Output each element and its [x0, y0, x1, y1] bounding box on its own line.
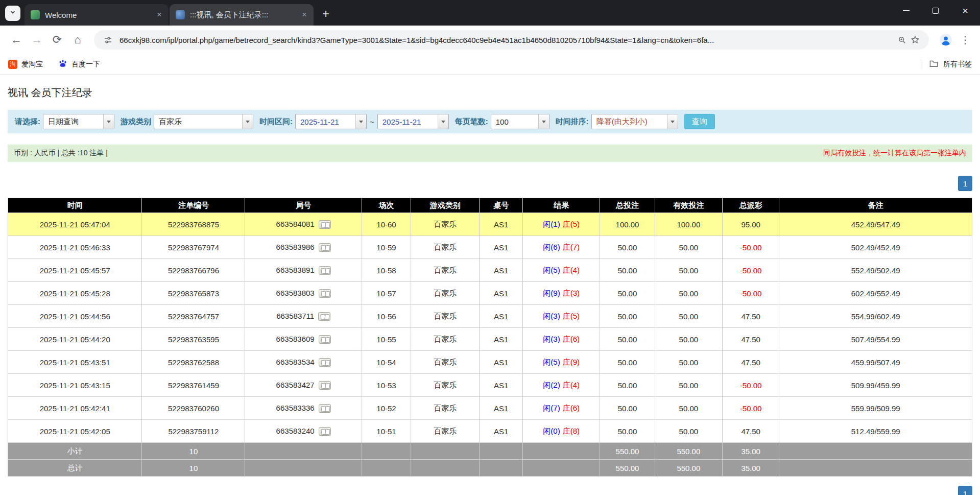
- cell-round-id: 663583427: [245, 374, 362, 397]
- cell-total-bet-link[interactable]: 100.00: [600, 213, 655, 236]
- cell-result: 闲(3)庄(6): [523, 328, 600, 351]
- subtotal-total-bet: 550.00: [600, 443, 655, 460]
- player-result: 闲(1): [543, 220, 560, 228]
- bookmark-taobao[interactable]: 淘 爱淘宝: [8, 60, 43, 69]
- browser-tab-welcome[interactable]: Welcome ×: [25, 4, 169, 26]
- banker-result: 庄(5): [563, 312, 580, 320]
- tab-title: :::视讯, 会员下注纪录:::: [190, 10, 296, 20]
- cell-total-bet-link[interactable]: 50.00: [600, 351, 655, 374]
- maximize-button[interactable]: [921, 0, 950, 21]
- view-cards-icon[interactable]: [319, 266, 331, 275]
- view-cards-icon[interactable]: [319, 220, 331, 229]
- cell-total-bet-link[interactable]: 50.00: [600, 397, 655, 420]
- cell-table-no: AS1: [480, 420, 523, 443]
- cell-result: 闲(9)庄(3): [523, 282, 600, 305]
- tab-strip: Welcome × :::视讯, 会员下注纪录::: × + ×: [0, 0, 980, 26]
- cell-time: 2025-11-21 05:44:56: [8, 305, 142, 328]
- tab-search-button[interactable]: [5, 6, 20, 21]
- cell-note: 509.99/459.99: [779, 374, 972, 397]
- cell-valid-bet: 50.00: [655, 420, 722, 443]
- cell-total-bet-link[interactable]: 50.00: [600, 236, 655, 259]
- cell-round-id: 663583711: [245, 305, 362, 328]
- cell-table-no: AS1: [480, 282, 523, 305]
- tab-close-icon[interactable]: ×: [299, 10, 309, 20]
- maximize-icon: [933, 8, 939, 14]
- page-1-button[interactable]: 1: [958, 486, 972, 495]
- cell-round-id: 663584081: [245, 213, 362, 236]
- view-cards-icon[interactable]: [319, 404, 331, 413]
- forward-button[interactable]: →: [27, 30, 47, 50]
- cell-valid-bet: 50.00: [655, 236, 722, 259]
- site-info-icon[interactable]: [101, 33, 114, 46]
- view-cards-icon[interactable]: [319, 335, 331, 344]
- sort-order-select[interactable]: 降幂(由大到小): [591, 114, 678, 129]
- view-cards-icon[interactable]: [319, 381, 331, 390]
- banker-result: 庄(7): [563, 243, 580, 251]
- filter-bar: 请选择: 日期查询 游戏类别 百家乐 时间区间: 2025-11-21 ~ 20…: [8, 110, 972, 133]
- date-to-select[interactable]: 2025-11-21: [377, 114, 449, 129]
- cell-bet-id: 522983763595: [142, 328, 245, 351]
- zoom-icon[interactable]: [895, 33, 909, 46]
- cell-result: 闲(1)庄(5): [523, 213, 600, 236]
- round-id-text: 663583986: [276, 243, 315, 251]
- cell-total-bet-link[interactable]: 50.00: [600, 328, 655, 351]
- player-result: 闲(3): [543, 312, 560, 320]
- cell-game-type: 百家乐: [411, 397, 480, 420]
- total-payout: 35.00: [722, 460, 779, 477]
- divider: [921, 59, 921, 69]
- subtotal-count: 10: [142, 443, 245, 460]
- close-button[interactable]: ×: [950, 0, 980, 21]
- cell-round-id: 663583534: [245, 351, 362, 374]
- folder-icon: [929, 60, 938, 69]
- browser-menu-icon[interactable]: ⋮: [957, 31, 974, 49]
- view-cards-icon[interactable]: [319, 289, 331, 298]
- view-cards-icon[interactable]: [318, 312, 330, 321]
- bookmark-star-icon[interactable]: [909, 33, 922, 46]
- home-button[interactable]: ⌂: [67, 30, 88, 50]
- all-bookmarks-button[interactable]: 所有书签: [921, 59, 972, 69]
- cell-payout: -50.00: [722, 282, 779, 305]
- bookmark-label: 百度一下: [71, 60, 100, 69]
- query-type-select[interactable]: 日期查询: [43, 114, 114, 129]
- round-id-text: 663583534: [276, 358, 315, 366]
- cell-round-id: 663583240: [245, 420, 362, 443]
- cell-total-bet-link[interactable]: 50.00: [600, 420, 655, 443]
- table-row: 2025-11-21 05:44:56 522983764757 6635837…: [8, 305, 972, 328]
- view-cards-icon[interactable]: [319, 243, 331, 252]
- page-size-select[interactable]: 100: [491, 114, 549, 129]
- avatar-icon: [939, 33, 952, 46]
- browser-tab-betrecord[interactable]: :::视讯, 会员下注纪录::: ×: [170, 4, 314, 26]
- pagination-bottom: 1: [8, 486, 972, 495]
- header-note: 备注: [779, 198, 972, 213]
- cell-payout: -50.00: [722, 236, 779, 259]
- tab-title: Welcome: [45, 11, 151, 19]
- search-button[interactable]: 查询: [684, 114, 715, 129]
- new-tab-button[interactable]: +: [318, 6, 334, 22]
- game-type-select[interactable]: 百家乐: [154, 114, 253, 129]
- address-bar[interactable]: 66cxkj98.com/ipl/portal.php/game/betreco…: [94, 30, 929, 50]
- player-result: 闲(7): [543, 404, 560, 412]
- page-1-button[interactable]: 1: [958, 176, 972, 191]
- summary-bar: 币别 : 人民币 | 总共 :10 注单 | 同局有效投注，统一计算在该局第一张…: [8, 145, 972, 162]
- cell-total-bet-link[interactable]: 50.00: [600, 282, 655, 305]
- reload-button[interactable]: ⟳: [47, 30, 67, 50]
- cell-table-no: AS1: [480, 351, 523, 374]
- minimize-button[interactable]: [891, 0, 921, 21]
- browser-toolbar: ← → ⟳ ⌂ 66cxkj98.com/ipl/portal.php/game…: [0, 26, 980, 54]
- cell-total-bet-link[interactable]: 50.00: [600, 374, 655, 397]
- tab-close-icon[interactable]: ×: [154, 10, 164, 20]
- profile-avatar[interactable]: [937, 31, 954, 49]
- bookmark-baidu[interactable]: 百度一下: [58, 59, 100, 69]
- back-button[interactable]: ←: [6, 30, 27, 50]
- cell-total-bet-link[interactable]: 50.00: [600, 259, 655, 282]
- chevron-down-icon: [538, 114, 549, 129]
- cell-game-type: 百家乐: [411, 351, 480, 374]
- view-cards-icon[interactable]: [319, 358, 331, 367]
- cell-time: 2025-11-21 05:46:33: [8, 236, 142, 259]
- date-from-select[interactable]: 2025-11-21: [295, 114, 367, 129]
- view-cards-icon[interactable]: [319, 427, 331, 436]
- cell-total-bet-link[interactable]: 50.00: [600, 305, 655, 328]
- summary-notice-text: 同局有效投注，统一计算在该局第一张注单内: [823, 149, 966, 158]
- table-row: 2025-11-21 05:42:05 522983759112 6635832…: [8, 420, 972, 443]
- table-row: 2025-11-21 05:43:51 522983762588 6635835…: [8, 351, 972, 374]
